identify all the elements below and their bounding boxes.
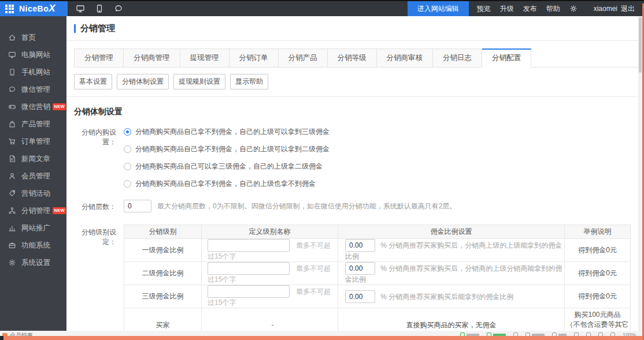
tab-distribution-levels[interactable]: 分销等级	[328, 48, 377, 68]
new-badge: NEW	[53, 103, 66, 110]
briefcase-icon	[8, 241, 16, 250]
tag-icon	[8, 189, 16, 198]
tab-withdrawal-mgmt[interactable]: 提现管理	[180, 48, 230, 68]
publish-link[interactable]: 发布	[523, 4, 537, 14]
radio-icon[interactable]	[124, 180, 131, 188]
sidebar-item-wechat-mgmt[interactable]: 微信管理	[0, 81, 66, 98]
sidebar-item-pc-site[interactable]: 电脑网站	[0, 46, 66, 63]
table-row: 一级佣金比例 最多不可超过15个字 % 分销商推荐买家购买后，分销商上级的上级能…	[124, 239, 631, 262]
bag-icon	[8, 120, 16, 129]
levels-label: 分销层数：	[74, 198, 124, 212]
sidebar-item-orders[interactable]: 订单管理	[0, 133, 66, 150]
username[interactable]: xiaomei	[594, 5, 617, 13]
app-window: NiceBoX 进入网站编辑 预览 升级 发布 帮助 xiaomei 退出 首页	[0, 0, 644, 340]
sidebar: 首页 电脑网站 手机网站 微信管理 微信营销 NEW 产品管理 订单管理	[0, 16, 66, 331]
mobile-site-icon[interactable]	[95, 4, 104, 13]
new-badge: NEW	[53, 207, 66, 214]
tab-bar: 分销管理 分销商管理 提现管理 分销订单 分销产品 分销等级 分销商审核 分销日…	[74, 48, 638, 68]
logo-section[interactable]: NiceBoX	[0, 1, 68, 16]
col-header-example: 举例说明	[565, 225, 631, 239]
commission-level-table: 分销级别 定义级别名称 佣金比例设置 举例说明 一级佣金比例 最多不可超过15个…	[124, 225, 631, 331]
distribution-system-settings-button[interactable]: 分销体制设置	[117, 74, 169, 89]
scrollbar-thumb[interactable]	[639, 17, 642, 73]
radio-option-2[interactable]: 分销商购买商品自己拿不到佣金，自己的上级可以拿到二级佣金	[124, 140, 330, 158]
orange-banner-bar	[3, 336, 644, 340]
upgrade-link[interactable]: 升级	[500, 4, 514, 14]
inner-purchase-label: 分销内购设置：	[74, 123, 124, 192]
main-content: 分销管理 分销管理 分销商管理 提现管理 分销订单 分销产品 分销等级 分销商审…	[66, 16, 638, 331]
sidebar-item-products[interactable]: 产品管理	[0, 115, 66, 133]
inner-purchase-options: 分销商购买商品自己拿不到佣金，自己的上级可以拿到三级佣金 分销商购买商品自己拿不…	[124, 123, 330, 192]
cart-icon	[8, 137, 16, 146]
subtab-bar: 基本设置 分销体制设置 提现规则设置 显示帮助	[74, 74, 638, 89]
tab-distribution-config[interactable]: 分销配置	[482, 48, 531, 68]
vertical-scrollbar[interactable]	[638, 16, 642, 331]
sidebar-item-wechat-marketing[interactable]: 微信营销 NEW	[0, 98, 66, 115]
withdrawal-rules-settings-button[interactable]: 提现规则设置	[173, 74, 225, 89]
settings-gear-icon[interactable]	[569, 5, 578, 13]
level3-name-input[interactable]	[208, 285, 290, 298]
desktop-site-icon[interactable]	[76, 4, 85, 13]
page-header: 分销管理	[66, 16, 638, 41]
tab-distribution-orders[interactable]: 分销订单	[230, 48, 279, 68]
radio-option-4[interactable]: 分销商购买商品自己拿不到佣金，自己的上级也拿不到佣金	[124, 175, 330, 192]
col-header-name: 定义级别名称	[202, 225, 338, 239]
tab-distribution-products[interactable]: 分销产品	[279, 48, 328, 68]
monitor-icon	[8, 51, 16, 59]
sidebar-item-promotion[interactable]: 网站推广	[0, 219, 66, 237]
tab-distributor-mgmt[interactable]: 分销商管理	[124, 48, 180, 68]
level-table-row: 分销级别设定： 分销级别 定义级别名称 佣金比例设置 举例说明 一级佣金比例 最…	[74, 219, 638, 331]
page-title: 分销管理	[80, 23, 115, 34]
logout-link[interactable]: 退出	[621, 4, 635, 14]
sidebar-item-marketing[interactable]: 营销活动	[0, 185, 66, 202]
table-row: 三级佣金比例 最多不可超过15个字 % 分销商推荐买家购买后能拿到的佣金比例 得…	[124, 285, 631, 308]
wechat-site-icon[interactable]	[114, 4, 123, 13]
radio-icon[interactable]	[124, 128, 131, 136]
wechat-icon	[8, 85, 16, 94]
col-header-rate: 佣金比例设置	[338, 225, 565, 239]
apps-grid-icon[interactable]	[5, 5, 14, 13]
inner-purchase-row: 分销内购设置： 分销商购买商品自己拿不到佣金，自己的上级可以拿到三级佣金 分销商…	[74, 123, 638, 192]
topbar-right: 进入网站编辑 预览 升级 发布 帮助 xiaomei 退出	[408, 1, 644, 16]
settings-content: 分销体制设置 分销内购设置： 分销商购买商品自己拿不到佣金，自己的上级可以拿到三…	[66, 107, 638, 331]
sidebar-item-news[interactable]: 新闻文章	[0, 150, 66, 167]
radio-option-1[interactable]: 分销商购买商品自己拿不到佣金，自己的上级可以拿到三级佣金	[124, 123, 330, 140]
tab-distributor-review[interactable]: 分销商审核	[377, 48, 434, 68]
level1-rate-input[interactable]	[345, 239, 375, 252]
level1-name-input[interactable]	[208, 239, 290, 252]
levels-input[interactable]	[124, 200, 151, 212]
sidebar-item-distribution[interactable]: 分销管理 NEW	[0, 202, 66, 219]
sidebar-item-home[interactable]: 首页	[0, 29, 66, 46]
title-accent-bar	[74, 24, 76, 33]
radio-icon[interactable]	[124, 163, 131, 170]
tab-distribution-logs[interactable]: 分销日志	[433, 48, 482, 68]
browser-statusbar: 会员特惠 100%	[0, 331, 644, 340]
section-title-system: 分销体制设置	[74, 107, 638, 117]
level2-name-input[interactable]	[208, 262, 290, 275]
phone-icon	[8, 68, 16, 77]
table-header-row: 分销级别 定义级别名称 佣金比例设置 举例说明	[124, 225, 631, 239]
radio-icon[interactable]	[124, 145, 131, 153]
device-switcher	[76, 4, 123, 13]
logo: NiceBoX	[19, 3, 55, 14]
home-icon	[8, 33, 16, 42]
basic-settings-button[interactable]: 基本设置	[74, 74, 112, 89]
sidebar-item-functions[interactable]: 功能系统	[0, 237, 66, 254]
level2-rate-input[interactable]	[345, 262, 375, 275]
level3-rate-input[interactable]	[345, 290, 375, 303]
enter-site-edit-button[interactable]: 进入网站编辑	[408, 1, 469, 16]
show-help-button[interactable]: 显示帮助	[230, 74, 268, 89]
preview-link[interactable]: 预览	[477, 4, 491, 14]
sidebar-item-members[interactable]: 会员管理	[0, 167, 66, 185]
topbar-links: 预览 升级 发布 帮助	[469, 4, 586, 14]
table-row: 二级佣金比例 最多不可超过15个字 % 分销商推荐买家购买后，分销商的上级分销商…	[124, 262, 631, 285]
help-link[interactable]: 帮助	[546, 4, 560, 14]
tab-distribution-mgmt[interactable]: 分销管理	[74, 48, 124, 68]
sidebar-item-settings[interactable]: 系统设置	[0, 254, 66, 271]
divider	[66, 96, 638, 97]
news-icon	[8, 155, 16, 163]
radio-option-3[interactable]: 分销商购买商品自己可以拿三级佣金，自己的上级拿二级佣金	[124, 158, 330, 175]
network-icon	[8, 207, 16, 215]
levels-help: 最大分销商层数，0为不限制。因微信分销限制，如在微信使用分销功能，系统默认最高只…	[157, 201, 456, 211]
sidebar-item-mobile-site[interactable]: 手机网站	[0, 63, 66, 81]
